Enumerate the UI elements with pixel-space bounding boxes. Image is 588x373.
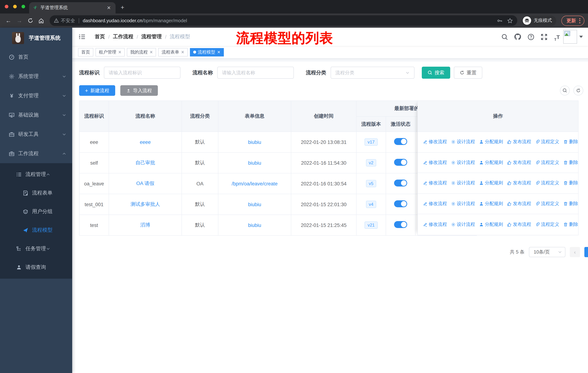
sidebar-item-请假查询[interactable]: 请假查询 xyxy=(0,258,72,276)
breadcrumb-item-2[interactable]: 工作流程 xyxy=(113,33,133,40)
browser-tab[interactable]: 芋道管理系统 ✕ xyxy=(29,2,116,13)
sidebar-item-流程模型[interactable]: 流程模型 xyxy=(0,221,72,239)
action-设计流程[interactable]: 设计流程 xyxy=(451,222,475,228)
import-process-button[interactable]: 导入流程 xyxy=(120,85,158,96)
process-name-link[interactable]: 测试多审批人 xyxy=(130,202,160,207)
sidebar-item-首页[interactable]: 首页 xyxy=(0,47,72,67)
tag-item[interactable]: 首页 xyxy=(78,48,93,56)
action-分配规则[interactable]: 分配规则 xyxy=(479,139,503,145)
filter-id-input[interactable] xyxy=(104,67,180,79)
action-流程定义[interactable]: 流程定义 xyxy=(535,201,559,207)
action-发布流程[interactable]: 发布流程 xyxy=(507,201,531,207)
sidebar-logo[interactable]: 芋道管理系统 xyxy=(0,28,72,44)
action-修改流程[interactable]: 修改流程 xyxy=(423,201,447,207)
action-流程定义[interactable]: 流程定义 xyxy=(535,139,559,145)
tag-close-icon[interactable]: ✕ xyxy=(181,50,184,54)
action-发布流程[interactable]: 发布流程 xyxy=(507,139,531,145)
breadcrumb-item-3[interactable]: 流程管理 xyxy=(141,33,162,40)
action-删除[interactable]: 删除 xyxy=(563,160,578,166)
back-icon[interactable]: ← xyxy=(4,16,13,25)
action-发布流程[interactable]: 发布流程 xyxy=(507,160,531,166)
sidebar-item-任务管理[interactable]: 任务管理 xyxy=(0,239,72,258)
minimize-window-button[interactable] xyxy=(13,5,17,8)
filter-name-input[interactable] xyxy=(217,67,294,79)
forward-icon[interactable]: → xyxy=(15,16,24,25)
tag-close-icon[interactable]: ✕ xyxy=(149,50,153,54)
sidebar-item-支付管理[interactable]: ¥支付管理 xyxy=(0,86,72,105)
hide-search-button[interactable] xyxy=(560,86,570,95)
browser-update-button[interactable]: 更新 xyxy=(561,15,584,26)
form-info-link[interactable]: /bpm/oa/leave/create xyxy=(232,181,278,186)
action-修改流程[interactable]: 修改流程 xyxy=(423,222,447,228)
current-page-button[interactable]: 1 xyxy=(584,247,588,257)
prev-page-button[interactable]: ‹ xyxy=(570,247,580,257)
action-删除[interactable]: 删除 xyxy=(563,222,578,228)
sidebar-item-用户分组[interactable]: 用户分组 xyxy=(0,202,72,221)
action-删除[interactable]: 删除 xyxy=(563,201,578,207)
action-设计流程[interactable]: 设计流程 xyxy=(451,139,475,145)
form-info-link[interactable]: biubiu xyxy=(248,139,261,145)
fontsize-icon[interactable]: TT xyxy=(552,32,562,41)
browser-menu-icon[interactable] xyxy=(579,18,580,23)
action-发布流程[interactable]: 发布流程 xyxy=(507,180,531,186)
form-info-link[interactable]: biubiu xyxy=(248,222,261,228)
sidebar-item-基础设施[interactable]: 基础设施 xyxy=(0,105,72,125)
action-设计流程[interactable]: 设计流程 xyxy=(451,160,475,166)
tag-item[interactable]: 我的流程✕ xyxy=(127,48,156,56)
action-分配规则[interactable]: 分配规则 xyxy=(479,160,503,166)
active-toggle[interactable] xyxy=(394,159,407,166)
new-tab-button[interactable]: + xyxy=(121,4,124,13)
fullscreen-icon[interactable] xyxy=(539,32,549,41)
action-分配规则[interactable]: 分配规则 xyxy=(479,222,503,228)
action-删除[interactable]: 删除 xyxy=(563,139,578,145)
action-分配规则[interactable]: 分配规则 xyxy=(479,180,503,186)
page-size-select[interactable]: 10条/页 xyxy=(529,247,565,257)
process-name-link[interactable]: 滔博 xyxy=(140,222,150,228)
tab-close-icon[interactable]: ✕ xyxy=(106,5,112,10)
form-info-link[interactable]: biubiu xyxy=(248,202,261,207)
tag-item[interactable]: 租户管理✕ xyxy=(95,48,125,56)
tag-item[interactable]: 流程表单✕ xyxy=(158,48,188,56)
action-修改流程[interactable]: 修改流程 xyxy=(423,180,447,186)
bookmark-star-icon[interactable] xyxy=(507,18,513,23)
action-修改流程[interactable]: 修改流程 xyxy=(423,139,447,145)
home-icon[interactable] xyxy=(36,16,46,25)
sidebar-item-流程表单[interactable]: 流程表单 xyxy=(0,184,72,202)
sidebar-item-研发工具[interactable]: 研发工具 xyxy=(0,125,72,144)
breadcrumb-item-1[interactable]: 首页 xyxy=(95,33,105,40)
action-流程定义[interactable]: 流程定义 xyxy=(535,180,559,186)
action-流程定义[interactable]: 流程定义 xyxy=(535,160,559,166)
filter-category-select[interactable]: 流程分类 xyxy=(331,67,414,79)
active-toggle[interactable] xyxy=(394,221,407,228)
maximize-window-button[interactable] xyxy=(21,5,25,8)
sidebar-item-流程管理[interactable]: 流程管理 xyxy=(0,165,72,184)
action-设计流程[interactable]: 设计流程 xyxy=(451,201,475,207)
active-toggle[interactable] xyxy=(394,180,407,186)
refresh-table-button[interactable] xyxy=(573,86,583,95)
create-process-button[interactable]: + 新建流程 xyxy=(79,85,115,96)
active-toggle[interactable] xyxy=(394,200,407,207)
process-name-link[interactable]: eeee xyxy=(140,139,151,145)
password-key-icon[interactable] xyxy=(497,18,503,23)
action-设计流程[interactable]: 设计流程 xyxy=(451,180,475,186)
action-修改流程[interactable]: 修改流程 xyxy=(423,160,447,166)
url-bar[interactable]: 不安全 dashboard.yudao.iocoder.cn/bpm/manag… xyxy=(50,15,517,26)
reset-button[interactable]: 重置 xyxy=(454,67,482,79)
action-删除[interactable]: 删除 xyxy=(563,180,578,186)
tag-close-icon[interactable]: ✕ xyxy=(217,50,220,54)
help-icon[interactable] xyxy=(526,32,536,41)
tag-close-icon[interactable]: ✕ xyxy=(118,50,121,54)
sidebar-item-工作流程[interactable]: 工作流程 xyxy=(0,144,72,163)
form-info-link[interactable]: biubiu xyxy=(248,160,261,166)
sidebar-item-系统管理[interactable]: 系统管理 xyxy=(0,67,72,86)
github-icon[interactable] xyxy=(513,32,522,41)
tag-item[interactable]: 流程模型✕ xyxy=(190,48,224,56)
action-发布流程[interactable]: 发布流程 xyxy=(507,222,531,228)
user-avatar[interactable] xyxy=(563,30,577,44)
process-name-link[interactable]: 自己审批 xyxy=(136,160,155,165)
action-分配规则[interactable]: 分配规则 xyxy=(479,201,503,207)
search-button[interactable]: 搜索 xyxy=(422,67,450,79)
avatar-caret-icon[interactable] xyxy=(579,36,583,38)
action-流程定义[interactable]: 流程定义 xyxy=(535,222,559,228)
close-window-button[interactable] xyxy=(5,5,8,8)
